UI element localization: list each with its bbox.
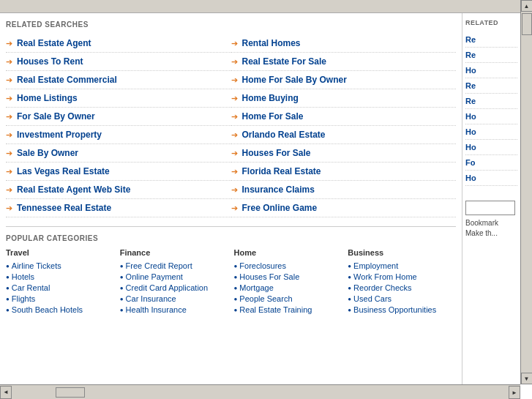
- search-link[interactable]: Home Listings: [17, 93, 78, 103]
- category-link[interactable]: Real Estate Training: [239, 305, 312, 314]
- search-link[interactable]: Home For Sale By Owner: [242, 75, 347, 85]
- right-panel-link[interactable]: Ho: [465, 171, 517, 186]
- right-panel-link[interactable]: Ho: [465, 140, 517, 155]
- category-link-item: ● Work From Home: [348, 272, 456, 281]
- search-item: ➔Free Online Game: [231, 199, 457, 217]
- category-link[interactable]: People Search: [239, 294, 292, 303]
- bullet-icon: ●: [6, 296, 10, 302]
- category-link[interactable]: Mortgage: [239, 283, 273, 292]
- category-link[interactable]: Hotels: [12, 272, 34, 281]
- search-link[interactable]: Free Online Game: [242, 203, 318, 213]
- search-link[interactable]: Real Estate Commercial: [17, 75, 117, 85]
- search-link[interactable]: Tennessee Real Estate: [17, 203, 111, 213]
- search-link[interactable]: Sale By Owner: [17, 148, 78, 158]
- right-panel-link[interactable]: Ho: [465, 109, 517, 124]
- search-link[interactable]: For Sale By Owner: [17, 111, 95, 122]
- search-item: ➔Real Estate Commercial: [6, 71, 231, 89]
- main-content: RELATED SEARCHES ➔Real Estate Agent➔Hous…: [0, 0, 532, 399]
- right-panel-link[interactable]: Ho: [465, 63, 517, 78]
- search-item: ➔Real Estate For Sale: [231, 53, 457, 71]
- search-link[interactable]: Home For Sale: [242, 111, 304, 122]
- category-link[interactable]: Health Insurance: [126, 305, 187, 314]
- search-link[interactable]: Real Estate For Sale: [242, 56, 326, 67]
- category-link[interactable]: Foreclosures: [239, 261, 286, 270]
- category-link[interactable]: Free Credit Report: [126, 261, 192, 270]
- category-link-item: ● Mortgage: [234, 283, 342, 292]
- related-searches-label: RELATED SEARCHES: [6, 20, 456, 29]
- category-link-item: ● Credit Card Application: [120, 283, 228, 292]
- category-link[interactable]: Car Insurance: [126, 294, 176, 303]
- category-link[interactable]: Work From Home: [353, 272, 417, 281]
- right-panel-link[interactable]: Re: [465, 78, 517, 94]
- search-item: ➔Home For Sale: [231, 108, 457, 126]
- bullet-icon: ●: [234, 274, 238, 280]
- category-link[interactable]: Car Rental: [12, 283, 50, 292]
- right-links: ReReHoReReHoHoHoFoHo: [465, 32, 517, 186]
- category-link-item: ● Airline Tickets: [6, 261, 114, 270]
- right-panel-link[interactable]: Re: [465, 94, 517, 109]
- category-link[interactable]: Credit Card Application: [126, 283, 209, 292]
- right-panel-label: RELATED: [465, 19, 517, 26]
- search-item: ➔For Sale By Owner: [6, 108, 231, 126]
- search-link[interactable]: Houses To Rent: [17, 56, 83, 67]
- category-link[interactable]: Used Cars: [353, 294, 391, 303]
- scroll-right-arrow[interactable]: ►: [509, 386, 520, 399]
- search-item: ➔Las Vegas Real Estate: [6, 163, 231, 181]
- arrow-icon: ➔: [6, 112, 12, 122]
- search-link[interactable]: Orlando Real Estate: [242, 130, 326, 140]
- search-link[interactable]: Real Estate Agent Web Site: [17, 184, 130, 195]
- search-item: ➔Home Buying: [231, 89, 457, 108]
- bullet-icon: ●: [6, 285, 10, 291]
- search-link[interactable]: Houses For Sale: [242, 148, 311, 158]
- search-link[interactable]: Insurance Claims: [242, 184, 315, 195]
- scroll-vertical-thumb[interactable]: [522, 13, 532, 35]
- arrow-icon: ➔: [231, 75, 238, 85]
- category-link[interactable]: Flights: [12, 294, 35, 303]
- bullet-icon: ●: [348, 263, 351, 269]
- scroll-horizontal-thumb[interactable]: [56, 387, 85, 398]
- category-link-item: ● Reorder Checks: [348, 283, 456, 292]
- category-link-item: ● Health Insurance: [120, 305, 228, 314]
- search-link[interactable]: Investment Property: [17, 130, 102, 140]
- category-title: Travel: [6, 248, 114, 257]
- category-link-item: ● Houses For Sale: [234, 272, 342, 281]
- category-link[interactable]: Airline Tickets: [12, 261, 61, 270]
- scroll-left-arrow[interactable]: ◄: [0, 386, 12, 399]
- content-area: RELATED SEARCHES ➔Real Estate Agent➔Hous…: [0, 13, 520, 384]
- bullet-icon: ●: [120, 263, 124, 269]
- category-link[interactable]: Houses For Sale: [239, 272, 299, 281]
- category-link[interactable]: Business Opportunities: [353, 305, 436, 314]
- search-item: ➔Investment Property: [6, 126, 231, 144]
- popular-categories-label: POPULAR CATEGORIES: [6, 234, 456, 242]
- search-link[interactable]: Real Estate Agent: [17, 38, 91, 48]
- bullet-icon: ●: [120, 296, 124, 302]
- category-title: Home: [234, 248, 342, 257]
- category-link[interactable]: Online Payment: [126, 272, 183, 281]
- search-link[interactable]: Florida Real Estate: [242, 166, 321, 176]
- category-link[interactable]: South Beach Hotels: [12, 305, 83, 314]
- right-tool-input[interactable]: [465, 201, 515, 215]
- arrow-icon: ➔: [231, 112, 238, 122]
- category-link[interactable]: Reorder Checks: [353, 283, 411, 292]
- scroll-up-arrow[interactable]: ▲: [521, 0, 533, 12]
- arrow-icon: ➔: [6, 149, 12, 158]
- arrow-icon: ➔: [231, 39, 238, 48]
- category-link-item: ● South Beach Hotels: [6, 305, 114, 314]
- right-panel-link[interactable]: Fo: [465, 155, 517, 171]
- search-item: ➔Home For Sale By Owner: [231, 71, 457, 89]
- bullet-icon: ●: [6, 307, 10, 313]
- right-panel-link[interactable]: Ho: [465, 124, 517, 140]
- arrow-icon: ➔: [6, 204, 12, 213]
- category-link-item: ● Online Payment: [120, 272, 228, 281]
- search-col-left: ➔Real Estate Agent➔Houses To Rent➔Real E…: [6, 34, 231, 217]
- scroll-down-arrow[interactable]: ▼: [521, 373, 533, 384]
- right-panel-link[interactable]: Re: [465, 48, 517, 63]
- arrow-icon: ➔: [231, 185, 238, 195]
- search-link[interactable]: Home Buying: [242, 93, 299, 103]
- search-link[interactable]: Las Vegas Real Estate: [17, 166, 110, 176]
- categories-columns: Travel ● Airline Tickets ● Hotels ● Car …: [6, 248, 456, 316]
- right-panel-link[interactable]: Re: [465, 32, 517, 48]
- category-link[interactable]: Employment: [353, 261, 398, 270]
- category-link-item: ● Employment: [348, 261, 456, 270]
- search-link[interactable]: Rental Homes: [242, 38, 301, 48]
